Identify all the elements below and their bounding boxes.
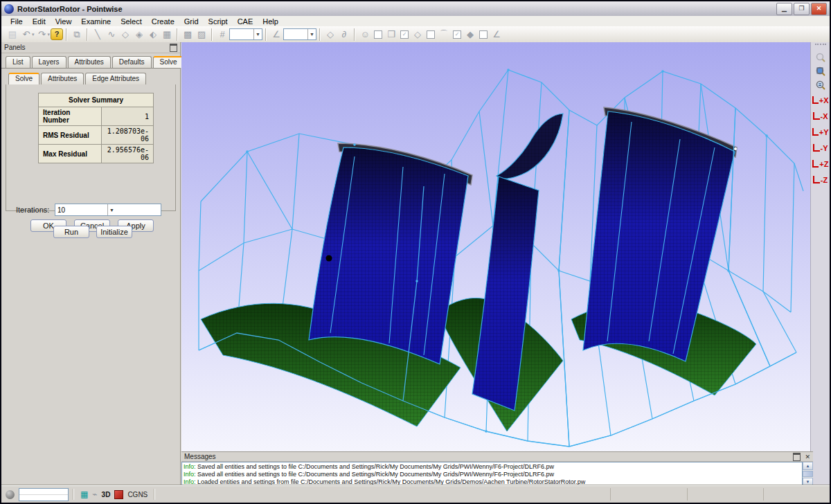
initialize-button[interactable]: Initialize	[96, 226, 132, 238]
subtab-solve[interactable]: Solve	[8, 73, 39, 84]
iterations-combo[interactable]: 10 ▼	[55, 204, 161, 216]
block-checkbox[interactable]: ✓	[400, 30, 409, 39]
combo-arrow-icon[interactable]: ▼	[107, 204, 161, 215]
max-residual-label: Max Residual	[39, 145, 102, 163]
angle-mask-icon[interactable]: ∠	[490, 28, 503, 41]
menu-create[interactable]: Create	[147, 17, 179, 26]
app-icon	[4, 4, 14, 14]
float-panel-icon[interactable]	[793, 453, 801, 461]
zoom-icon[interactable]	[813, 51, 828, 64]
menu-help[interactable]: Help	[258, 17, 283, 26]
solve-subtab-row: Solve Attributes Edge Attributes	[1, 69, 180, 84]
window-title: RotorStatorRotor - Pointwise	[17, 5, 775, 13]
tab-attributes[interactable]: Attributes	[68, 56, 111, 68]
grid-status-icon: ▦	[80, 489, 88, 499]
database-mask-icon[interactable]: ☺	[358, 28, 372, 41]
messages-title-bar[interactable]: Messages ✕	[181, 452, 813, 462]
unstructured-grid-icon[interactable]: ▨	[195, 28, 208, 41]
undo-dropdown-icon[interactable]: ▾	[32, 32, 35, 37]
zoom-actual-icon[interactable]	[813, 78, 828, 92]
tab-list[interactable]: List	[6, 56, 30, 68]
axis-icon	[813, 112, 820, 120]
menu-select[interactable]: Select	[116, 17, 147, 26]
iteration-number-value: 1	[102, 107, 154, 126]
tab-solve[interactable]: Solve	[153, 56, 184, 68]
view-minus-z-button[interactable]: -Z	[812, 172, 829, 187]
layer-stack-icon[interactable]: ⧉	[70, 28, 84, 41]
point-mask-icon[interactable]: ◆	[463, 28, 477, 41]
block-mask-icon[interactable]: ❒	[384, 28, 398, 41]
view-minus-x-button[interactable]: -X	[812, 109, 829, 123]
dimension-status: 3D	[102, 491, 111, 498]
float-panel-icon[interactable]	[170, 44, 177, 52]
close-icon[interactable]: ✕	[805, 453, 810, 460]
panels-title-bar[interactable]: Panels	[1, 42, 180, 53]
point-checkbox[interactable]	[479, 30, 488, 39]
subtab-attributes[interactable]: Attributes	[41, 73, 84, 84]
close-button[interactable]: ✕	[811, 3, 827, 15]
help-icon[interactable]: ?	[51, 28, 63, 40]
menu-edit[interactable]: Edit	[28, 17, 51, 26]
save-icon[interactable]: ▤	[6, 28, 19, 41]
half-domain-icon[interactable]: ⬖	[146, 28, 160, 41]
domain-icon[interactable]: ◇	[118, 28, 132, 41]
run-button[interactable]: Run	[53, 226, 89, 238]
toolbar-grip[interactable]	[815, 44, 826, 48]
tab-defaults[interactable]: Defaults	[112, 56, 152, 68]
title-bar[interactable]: RotorStatorRotor - Pointwise ▁ ❐ ✕	[1, 1, 830, 17]
redo-icon[interactable]: ↷	[35, 28, 49, 41]
log-level: Info:	[184, 471, 196, 478]
domain-mesh-icon[interactable]: ◈	[132, 28, 146, 41]
combo-arrow-icon[interactable]: ▼	[253, 29, 262, 39]
view-plus-y-button[interactable]: +Y	[812, 125, 829, 139]
tab-layers[interactable]: Layers	[32, 56, 66, 68]
partial-derivative-icon[interactable]: ∂	[337, 28, 351, 41]
solver-cube-icon	[114, 490, 123, 499]
zoom-to-fit-icon[interactable]	[813, 64, 828, 78]
messages-scrollbar[interactable]: ▲ ▼	[803, 462, 813, 486]
angle-icon[interactable]: ∠	[269, 28, 283, 41]
combo-arrow-icon[interactable]: ▼	[307, 29, 316, 39]
redo-dropdown-icon[interactable]: ▾	[48, 32, 51, 37]
messages-title: Messages	[184, 453, 793, 460]
connector-checkbox[interactable]: ✓	[453, 30, 461, 39]
axis-icon	[812, 96, 819, 104]
domain-checkbox[interactable]	[427, 30, 435, 39]
view-minus-y-button[interactable]: -Y	[812, 141, 829, 155]
connector-status-icon: ⌁	[92, 489, 97, 499]
dimension-combo[interactable]: ▼	[229, 28, 262, 40]
status-cell-divider	[687, 488, 688, 501]
view-plus-z-button[interactable]: +Z	[812, 156, 829, 171]
angle-combo[interactable]: ▼	[283, 28, 316, 40]
dimension-icon[interactable]: #	[215, 28, 229, 41]
display-viewport[interactable]	[181, 42, 813, 453]
menu-grid[interactable]: Grid	[179, 17, 204, 26]
scroll-thumb[interactable]	[803, 471, 813, 477]
curve-icon[interactable]: ∿	[105, 28, 118, 41]
menu-file[interactable]: File	[6, 17, 28, 26]
status-bar: ▦ ⌁ 3D CGNS	[1, 485, 830, 503]
surface-icon[interactable]: ◇	[323, 28, 337, 41]
view-plus-x-button[interactable]: +X	[812, 93, 829, 107]
menu-examine[interactable]: Examine	[76, 17, 116, 26]
structured-grid-icon[interactable]: ▩	[181, 28, 195, 41]
menu-view[interactable]: View	[51, 17, 77, 26]
mask-checkbox[interactable]	[374, 30, 382, 39]
log-line: Info: Saved all entities and settings to…	[184, 463, 801, 471]
connector-mask-icon[interactable]: ⌒	[437, 28, 451, 41]
status-sphere-icon	[6, 490, 15, 499]
minimize-button[interactable]: ▁	[776, 3, 792, 15]
log-text: Saved all entities and settings to file …	[196, 471, 555, 478]
menu-bar: File Edit View Examine Select Create Gri…	[1, 16, 830, 27]
connector-icon[interactable]: ╲	[91, 28, 105, 41]
block-icon[interactable]: ▦	[160, 28, 174, 41]
domain-mask-icon[interactable]: ◇	[411, 28, 425, 41]
menu-script[interactable]: Script	[204, 17, 233, 26]
undo-icon[interactable]: ↶	[19, 28, 33, 41]
menu-cae[interactable]: CAE	[233, 17, 258, 26]
restore-button[interactable]: ❐	[794, 3, 810, 15]
subtab-edge-attributes[interactable]: Edge Attributes	[85, 73, 146, 84]
selected-point-marker[interactable]	[326, 255, 332, 262]
messages-log[interactable]: Info: Saved all entities and settings to…	[181, 462, 803, 486]
scroll-up-icon[interactable]: ▲	[803, 462, 813, 470]
